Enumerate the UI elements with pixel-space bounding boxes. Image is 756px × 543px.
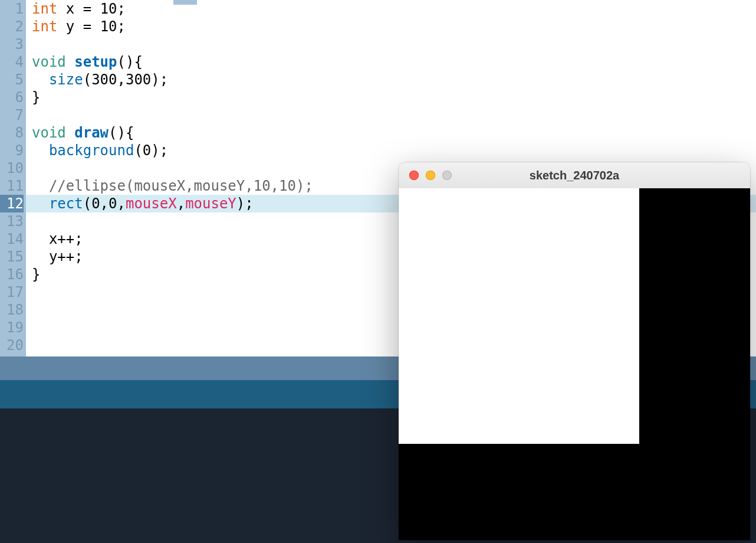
line-number: 1 (0, 0, 24, 18)
line-number: 7 (0, 106, 24, 124)
code-line[interactable]: size(300,300); (26, 71, 756, 89)
code-line[interactable]: background(0); (26, 142, 756, 159)
code-line[interactable] (26, 319, 756, 336)
line-number: 20 (0, 336, 24, 354)
line-number: 9 (0, 142, 24, 159)
line-number: 6 (0, 89, 24, 106)
code-line[interactable]: int y = 10; (26, 18, 756, 35)
line-number: 11 (0, 177, 24, 195)
code-line[interactable] (26, 106, 756, 124)
line-number: 17 (0, 283, 24, 301)
line-number: 13 (0, 212, 24, 230)
code-line[interactable] (26, 336, 756, 354)
code-line[interactable]: //ellipse(mouseX,mouseY,10,10); (26, 177, 756, 195)
line-number: 4 (0, 53, 24, 71)
code-line[interactable] (26, 35, 756, 53)
line-number: 18 (0, 301, 24, 319)
code-line[interactable]: x++; (26, 230, 756, 248)
line-number: 16 (0, 266, 24, 283)
line-number: 14 (0, 230, 24, 248)
code-editor[interactable]: 1234567891011121314151617181920 int x = … (0, 0, 756, 356)
code-line[interactable]: } (26, 266, 756, 283)
line-number: 15 (0, 248, 24, 266)
code-line[interactable]: int x = 10; (26, 0, 756, 18)
code-line[interactable] (26, 301, 756, 319)
line-number: 5 (0, 71, 24, 89)
code-line[interactable] (26, 212, 756, 230)
line-number-gutter: 1234567891011121314151617181920 (0, 0, 26, 356)
line-number: 19 (0, 319, 24, 336)
code-line[interactable]: } (26, 89, 756, 106)
line-number: 12 (0, 195, 24, 212)
code-line[interactable] (26, 159, 756, 177)
code-line[interactable]: void setup(){ (26, 53, 756, 71)
line-number: 10 (0, 159, 24, 177)
line-number: 2 (0, 18, 24, 35)
line-number: 8 (0, 124, 24, 142)
code-area[interactable]: int x = 10;int y = 10; void setup(){ siz… (26, 0, 756, 356)
code-line[interactable]: y++; (26, 248, 756, 266)
code-line[interactable] (26, 283, 756, 301)
code-line[interactable]: rect(0,0,mouseX,mouseY); (26, 195, 756, 212)
code-line[interactable]: void draw(){ (26, 124, 756, 142)
line-number: 3 (0, 35, 24, 53)
